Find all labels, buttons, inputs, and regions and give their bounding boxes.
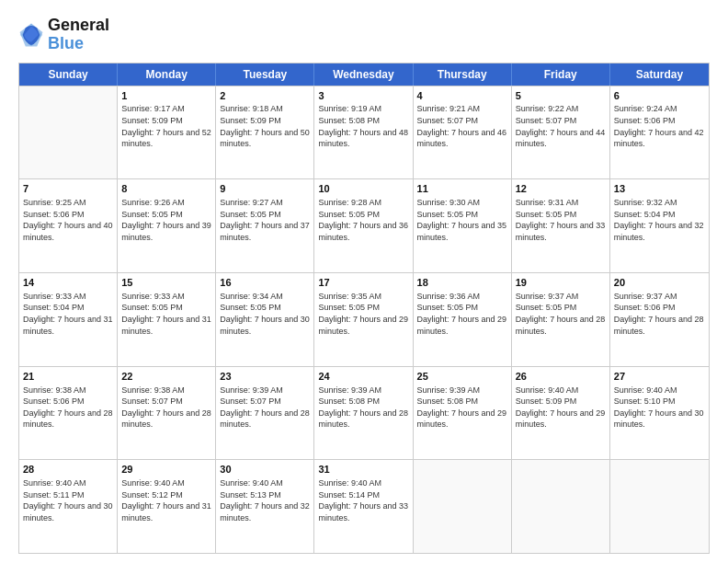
cal-cell-day-10: 10Sunrise: 9:28 AMSunset: 5:05 PMDayligh… — [314, 179, 413, 272]
cell-info: Sunrise: 9:31 AMSunset: 5:05 PMDaylight:… — [516, 197, 606, 243]
cell-info: Sunrise: 9:39 AMSunset: 5:07 PMDaylight:… — [220, 385, 310, 431]
cell-info: Sunrise: 9:40 AMSunset: 5:10 PMDaylight:… — [614, 385, 705, 431]
day-number: 14 — [23, 276, 113, 290]
day-number: 23 — [220, 370, 310, 384]
cal-cell-day-17: 17Sunrise: 9:35 AMSunset: 5:05 PMDayligh… — [314, 273, 413, 366]
day-number: 31 — [318, 463, 408, 477]
header: General Blue — [18, 17, 710, 53]
cal-cell-day-22: 22Sunrise: 9:38 AMSunset: 5:07 PMDayligh… — [118, 367, 216, 460]
cal-cell-day-1: 1Sunrise: 9:17 AMSunset: 5:09 PMDaylight… — [118, 86, 216, 179]
cal-cell-day-11: 11Sunrise: 9:30 AMSunset: 5:05 PMDayligh… — [414, 179, 512, 272]
cell-info: Sunrise: 9:34 AMSunset: 5:05 PMDaylight:… — [220, 291, 310, 337]
logo-icon — [18, 22, 44, 48]
cell-info: Sunrise: 9:24 AMSunset: 5:06 PMDaylight:… — [614, 103, 705, 149]
page: General Blue SundayMondayTuesdayWednesda… — [0, 0, 728, 563]
day-number: 1 — [121, 89, 211, 103]
cal-cell-day-6: 6Sunrise: 9:24 AMSunset: 5:06 PMDaylight… — [610, 86, 709, 179]
cal-cell-day-26: 26Sunrise: 9:40 AMSunset: 5:09 PMDayligh… — [512, 367, 610, 460]
logo: General Blue — [18, 17, 109, 53]
day-number: 9 — [220, 182, 310, 196]
cell-info: Sunrise: 9:26 AMSunset: 5:05 PMDaylight:… — [121, 197, 211, 243]
cell-info: Sunrise: 9:37 AMSunset: 5:05 PMDaylight:… — [516, 291, 606, 337]
day-number: 26 — [516, 370, 606, 384]
day-number: 20 — [614, 276, 705, 290]
cal-cell-day-7: 7Sunrise: 9:25 AMSunset: 5:06 PMDaylight… — [19, 179, 118, 272]
cell-info: Sunrise: 9:35 AMSunset: 5:05 PMDaylight:… — [318, 291, 408, 337]
day-number: 7 — [23, 182, 113, 196]
cal-cell-day-3: 3Sunrise: 9:19 AMSunset: 5:08 PMDaylight… — [314, 86, 413, 179]
cal-week-4: 21Sunrise: 9:38 AMSunset: 5:06 PMDayligh… — [19, 366, 709, 460]
cal-cell-day-9: 9Sunrise: 9:27 AMSunset: 5:05 PMDaylight… — [216, 179, 314, 272]
cal-week-5: 28Sunrise: 9:40 AMSunset: 5:11 PMDayligh… — [19, 459, 709, 553]
cell-info: Sunrise: 9:21 AMSunset: 5:07 PMDaylight:… — [417, 103, 507, 149]
cal-cell-day-16: 16Sunrise: 9:34 AMSunset: 5:05 PMDayligh… — [216, 273, 314, 366]
cal-cell-day-27: 27Sunrise: 9:40 AMSunset: 5:10 PMDayligh… — [610, 367, 709, 460]
day-number: 27 — [614, 370, 705, 384]
cal-cell-day-4: 4Sunrise: 9:21 AMSunset: 5:07 PMDaylight… — [414, 86, 512, 179]
cal-header-friday: Friday — [512, 63, 610, 86]
cell-info: Sunrise: 9:40 AMSunset: 5:14 PMDaylight:… — [318, 477, 408, 523]
cell-info: Sunrise: 9:38 AMSunset: 5:07 PMDaylight:… — [121, 385, 211, 431]
cell-info: Sunrise: 9:18 AMSunset: 5:09 PMDaylight:… — [220, 103, 310, 149]
cal-cell-day-30: 30Sunrise: 9:40 AMSunset: 5:13 PMDayligh… — [216, 460, 314, 553]
cal-header-sunday: Sunday — [19, 63, 118, 86]
cal-week-1: 1Sunrise: 9:17 AMSunset: 5:09 PMDaylight… — [19, 86, 709, 179]
day-number: 13 — [614, 182, 705, 196]
cell-info: Sunrise: 9:25 AMSunset: 5:06 PMDaylight:… — [23, 197, 113, 243]
day-number: 24 — [318, 370, 408, 384]
day-number: 4 — [417, 89, 507, 103]
cal-cell-empty — [19, 86, 118, 179]
cell-info: Sunrise: 9:27 AMSunset: 5:05 PMDaylight:… — [220, 197, 310, 243]
cal-cell-day-23: 23Sunrise: 9:39 AMSunset: 5:07 PMDayligh… — [216, 367, 314, 460]
cal-cell-day-20: 20Sunrise: 9:37 AMSunset: 5:06 PMDayligh… — [610, 273, 709, 366]
cal-cell-empty — [512, 460, 610, 553]
day-number: 15 — [121, 276, 211, 290]
cell-info: Sunrise: 9:32 AMSunset: 5:04 PMDaylight:… — [614, 197, 705, 243]
day-number: 18 — [417, 276, 507, 290]
day-number: 2 — [220, 89, 310, 103]
day-number: 22 — [121, 370, 211, 384]
cal-cell-day-25: 25Sunrise: 9:39 AMSunset: 5:08 PMDayligh… — [414, 367, 512, 460]
cal-cell-day-5: 5Sunrise: 9:22 AMSunset: 5:07 PMDaylight… — [512, 86, 610, 179]
cal-cell-empty — [610, 460, 709, 553]
cal-cell-day-14: 14Sunrise: 9:33 AMSunset: 5:04 PMDayligh… — [19, 273, 118, 366]
day-number: 16 — [220, 276, 310, 290]
calendar: SundayMondayTuesdayWednesdayThursdayFrid… — [18, 63, 710, 554]
cell-info: Sunrise: 9:19 AMSunset: 5:08 PMDaylight:… — [318, 103, 408, 149]
cal-cell-day-28: 28Sunrise: 9:40 AMSunset: 5:11 PMDayligh… — [19, 460, 118, 553]
cell-info: Sunrise: 9:39 AMSunset: 5:08 PMDaylight:… — [318, 385, 408, 431]
cal-cell-day-29: 29Sunrise: 9:40 AMSunset: 5:12 PMDayligh… — [118, 460, 216, 553]
cal-cell-day-21: 21Sunrise: 9:38 AMSunset: 5:06 PMDayligh… — [19, 367, 118, 460]
cal-header-tuesday: Tuesday — [216, 63, 314, 86]
day-number: 25 — [417, 370, 507, 384]
cal-cell-day-13: 13Sunrise: 9:32 AMSunset: 5:04 PMDayligh… — [610, 179, 709, 272]
cal-cell-day-19: 19Sunrise: 9:37 AMSunset: 5:05 PMDayligh… — [512, 273, 610, 366]
day-number: 17 — [318, 276, 408, 290]
cal-cell-day-24: 24Sunrise: 9:39 AMSunset: 5:08 PMDayligh… — [314, 367, 413, 460]
day-number: 19 — [516, 276, 606, 290]
cal-cell-day-8: 8Sunrise: 9:26 AMSunset: 5:05 PMDaylight… — [118, 179, 216, 272]
cell-info: Sunrise: 9:40 AMSunset: 5:09 PMDaylight:… — [516, 385, 606, 431]
day-number: 21 — [23, 370, 113, 384]
cal-cell-empty — [414, 460, 512, 553]
calendar-body: 1Sunrise: 9:17 AMSunset: 5:09 PMDaylight… — [19, 86, 709, 553]
day-number: 5 — [516, 89, 606, 103]
cal-header-thursday: Thursday — [414, 63, 512, 86]
cell-info: Sunrise: 9:36 AMSunset: 5:05 PMDaylight:… — [417, 291, 507, 337]
cell-info: Sunrise: 9:33 AMSunset: 5:04 PMDaylight:… — [23, 291, 113, 337]
cal-header-saturday: Saturday — [610, 63, 709, 86]
cal-cell-day-18: 18Sunrise: 9:36 AMSunset: 5:05 PMDayligh… — [414, 273, 512, 366]
cell-info: Sunrise: 9:22 AMSunset: 5:07 PMDaylight:… — [516, 103, 606, 149]
cal-cell-day-31: 31Sunrise: 9:40 AMSunset: 5:14 PMDayligh… — [314, 460, 413, 553]
logo-text: General Blue — [48, 17, 109, 53]
cell-info: Sunrise: 9:17 AMSunset: 5:09 PMDaylight:… — [121, 103, 211, 149]
cell-info: Sunrise: 9:39 AMSunset: 5:08 PMDaylight:… — [417, 385, 507, 431]
cal-cell-day-15: 15Sunrise: 9:33 AMSunset: 5:05 PMDayligh… — [118, 273, 216, 366]
day-number: 29 — [121, 463, 211, 477]
day-number: 30 — [220, 463, 310, 477]
cell-info: Sunrise: 9:30 AMSunset: 5:05 PMDaylight:… — [417, 197, 507, 243]
day-number: 28 — [23, 463, 113, 477]
day-number: 11 — [417, 182, 507, 196]
cal-header-wednesday: Wednesday — [314, 63, 413, 86]
cell-info: Sunrise: 9:37 AMSunset: 5:06 PMDaylight:… — [614, 291, 705, 337]
